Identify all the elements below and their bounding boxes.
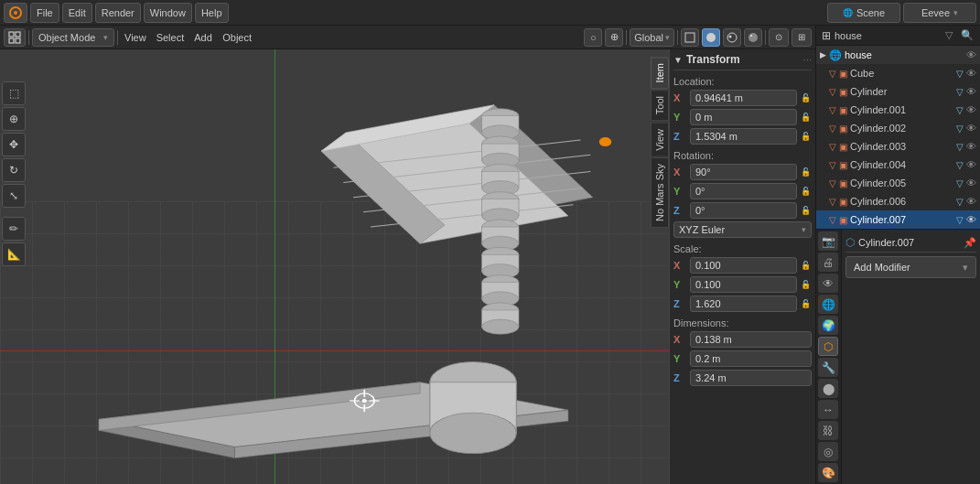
annotate-tool[interactable]: ✏ xyxy=(2,217,26,241)
select-box-tool[interactable]: ⬚ xyxy=(2,81,26,105)
outliner-item-cylinder[interactable]: ▽ ▣ Cylinder ▽ 👁 xyxy=(816,82,980,101)
eye-icon-cylinder-006[interactable]: 👁 xyxy=(966,196,976,207)
location-z-lock[interactable]: 🔓 xyxy=(799,130,812,143)
modifier-props-tab[interactable]: 🔧 xyxy=(818,358,838,377)
svg-point-10 xyxy=(748,33,758,42)
outliner-item-cylinder-002[interactable]: ▽ ▣ Cylinder.002 ▽ 👁 xyxy=(816,119,980,137)
gizmo-btn[interactable]: ⊞ xyxy=(792,28,812,47)
outliner-search-btn[interactable]: 🔍 xyxy=(960,28,975,43)
move-tool[interactable]: ✥ xyxy=(2,133,26,156)
measure-tool[interactable]: 📐 xyxy=(2,242,26,266)
rotation-y-field[interactable]: 0° xyxy=(690,183,797,199)
dim-z-field[interactable]: 3.24 m xyxy=(690,370,812,386)
eye-icon-cube[interactable]: 👁 xyxy=(966,68,976,79)
eye-icon-cylinder-002[interactable]: 👁 xyxy=(966,123,976,134)
solid-shading-btn[interactable] xyxy=(702,28,720,47)
scale-z-field[interactable]: 1.620 xyxy=(690,296,797,312)
dim-y-field[interactable]: 0.2 m xyxy=(690,350,812,367)
edit-menu[interactable]: Edit xyxy=(62,3,92,23)
scale-y-field[interactable]: 0.100 xyxy=(690,276,797,293)
rotation-mode-dropdown[interactable]: XYZ Euler ▾ xyxy=(673,221,812,238)
rotation-z-field[interactable]: 0° xyxy=(690,202,797,219)
eye-icon-cylinder[interactable]: 👁 xyxy=(966,86,976,97)
viewport-3d[interactable]: Z X Y xyxy=(0,49,815,484)
mode-selector[interactable]: Object Mode ▾ xyxy=(32,28,114,47)
scale-y-lock[interactable]: 🔓 xyxy=(799,278,812,291)
outliner-header-name: house xyxy=(835,30,938,41)
location-x-field[interactable]: 0.94641 m xyxy=(690,90,797,106)
eye-icon-cylinder-005[interactable]: 👁 xyxy=(966,177,976,188)
rotation-x-field[interactable]: 90° xyxy=(690,164,797,180)
location-x-row: X 0.94641 m 🔓 xyxy=(673,90,812,106)
view-menu-btn[interactable]: View xyxy=(121,28,150,47)
add-modifier-button[interactable]: Add Modifier ▾ xyxy=(845,256,976,278)
outliner-item-cube[interactable]: ▽ ▣ Cube ▽ 👁 xyxy=(816,64,980,82)
engine-selector[interactable]: Eevee ▾ xyxy=(903,3,976,23)
location-x-lock[interactable]: 🔓 xyxy=(799,91,812,104)
rendered-btn[interactable] xyxy=(744,28,762,47)
eye-icon-house[interactable]: 👁 xyxy=(966,49,976,60)
scale-x-field[interactable]: 0.100 xyxy=(690,257,797,274)
location-z-field[interactable]: 1.5304 m xyxy=(690,128,797,145)
blender-logo[interactable] xyxy=(4,3,27,23)
physics-props-tab[interactable]: ↔ xyxy=(818,400,838,419)
file-menu[interactable]: File xyxy=(30,3,59,23)
scale-z-lock[interactable]: 🔓 xyxy=(799,297,812,310)
material-preview-btn[interactable] xyxy=(723,28,741,47)
outliner-item-cylinder-007[interactable]: ▽ ▣ Cylinder.007 ▽ 👁 xyxy=(816,210,980,229)
object-props-tab[interactable]: ⬡ xyxy=(818,337,838,356)
outliner-item-cylinder-004[interactable]: ▽ ▣ Cylinder.004 ▽ 👁 xyxy=(816,156,980,174)
wireframe-btn[interactable] xyxy=(681,28,699,47)
eye-icon-cylinder-007[interactable]: 👁 xyxy=(966,214,976,225)
scene-props-tab[interactable]: 🌐 xyxy=(818,295,838,314)
object-menu-btn[interactable]: Object xyxy=(219,28,255,47)
eye-icon-cylinder-003[interactable]: 👁 xyxy=(966,141,976,152)
window-menu[interactable]: Window xyxy=(144,3,192,23)
view-layer-props-tab[interactable]: 👁 xyxy=(818,274,838,293)
location-y-lock[interactable]: 🔓 xyxy=(799,111,812,124)
cursor-tool[interactable]: ⊕ xyxy=(2,107,26,131)
tool-tab[interactable]: Tool xyxy=(651,90,669,121)
material-props-tab[interactable]: 🎨 xyxy=(818,463,838,482)
object-data-props-tab[interactable]: ◎ xyxy=(818,442,838,461)
svg-point-8 xyxy=(727,33,737,42)
pin-icon[interactable]: 📌 xyxy=(964,237,976,249)
constraints-props-tab[interactable]: ⛓ xyxy=(818,421,838,440)
output-props-tab[interactable]: 🖨 xyxy=(818,253,838,272)
global-local-btn[interactable]: Global ▾ xyxy=(630,28,674,47)
outliner-filter-btn[interactable]: ▽ xyxy=(942,28,956,43)
eye-icon-cylinder-004[interactable]: 👁 xyxy=(966,159,976,170)
proportional-edit-btn[interactable]: ○ xyxy=(584,28,602,47)
item-tab[interactable]: Item xyxy=(651,57,669,89)
outliner-item-house[interactable]: ▶ 🌐 house 👁 xyxy=(816,46,980,64)
scene-selector[interactable]: 🌐 Scene xyxy=(827,3,900,23)
editor-type-btn[interactable] xyxy=(4,28,26,47)
scale-tool[interactable]: ⤡ xyxy=(2,184,26,208)
viewport-side-toolbar: ⬚ ⊕ ✥ ↻ ⤡ ✏ 📐 xyxy=(2,81,26,266)
render-props-tab[interactable]: 📷 xyxy=(818,231,838,251)
snap-btn[interactable]: ⊕ xyxy=(605,28,623,47)
rotation-y-lock[interactable]: 🔓 xyxy=(799,185,812,198)
rotation-x-lock[interactable]: 🔓 xyxy=(799,166,812,178)
help-menu[interactable]: Help xyxy=(195,3,229,23)
outliner-item-cylinder-006[interactable]: ▽ ▣ Cylinder.006 ▽ 👁 xyxy=(816,192,980,210)
scale-x-lock[interactable]: 🔓 xyxy=(799,259,812,272)
eye-icon-cylinder-001[interactable]: 👁 xyxy=(966,104,976,115)
rotate-tool[interactable]: ↻ xyxy=(2,158,26,182)
render-menu[interactable]: Render xyxy=(95,3,141,23)
overlay-btn[interactable]: ⊙ xyxy=(769,28,789,47)
select-menu-btn[interactable]: Select xyxy=(153,28,188,47)
particles-props-tab[interactable]: ⬤ xyxy=(818,379,838,398)
outliner-item-cylinder-001[interactable]: ▽ ▣ Cylinder.001 ▽ 👁 xyxy=(816,101,980,119)
n-panel-triangle: ▼ xyxy=(673,55,683,65)
rotation-z-lock[interactable]: 🔓 xyxy=(799,204,812,217)
svg-rect-5 xyxy=(16,38,20,43)
outliner-item-cylinder-005[interactable]: ▽ ▣ Cylinder.005 ▽ 👁 xyxy=(816,174,980,192)
world-props-tab[interactable]: 🌍 xyxy=(818,316,838,335)
location-y-field[interactable]: 0 m xyxy=(690,109,797,125)
view-tab[interactable]: View xyxy=(651,123,669,157)
dim-x-field[interactable]: 0.138 m xyxy=(690,331,812,348)
no-mars-sky-tab[interactable]: No Mars Sky xyxy=(651,157,669,228)
outliner-item-cylinder-003[interactable]: ▽ ▣ Cylinder.003 ▽ 👁 xyxy=(816,137,980,156)
add-menu-btn[interactable]: Add xyxy=(190,28,216,47)
